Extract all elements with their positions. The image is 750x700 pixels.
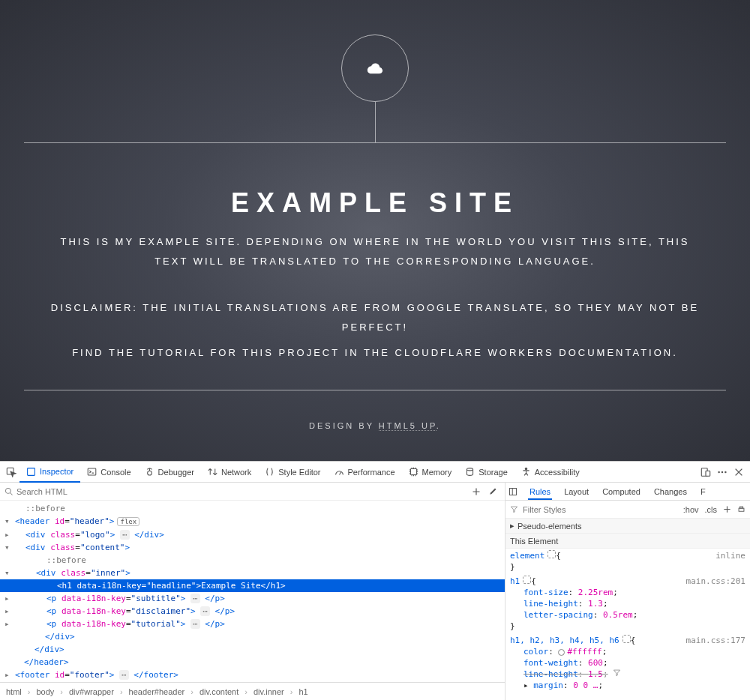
color-swatch[interactable]: [558, 649, 565, 656]
rtab-computed[interactable]: Computed: [601, 487, 642, 496]
footer-credit: DESIGN BY HTML5 UP.: [0, 421, 750, 430]
eyedropper-button[interactable]: [488, 487, 497, 496]
crumb-html[interactable]: html: [6, 687, 22, 696]
page-subtitle: THIS IS MY EXAMPLE SITE. DEPENDING ON WH…: [52, 232, 698, 271]
svg-point-6: [525, 468, 526, 469]
tab-accessibility-label: Accessibility: [535, 468, 580, 477]
markup-search-row: [0, 483, 505, 501]
crumb-content[interactable]: div.content: [200, 687, 238, 696]
rule-source-icon: [523, 576, 531, 584]
tab-debugger[interactable]: Debugger: [138, 462, 201, 483]
crumb-header[interactable]: header#header: [129, 687, 185, 696]
svg-rect-2: [88, 468, 96, 475]
print-sim-button[interactable]: [737, 505, 746, 513]
svg-point-3: [147, 471, 152, 475]
add-element-button[interactable]: [472, 487, 481, 496]
devtools-body: ::before ▾ <header id="header">flex ▸ <d…: [0, 483, 750, 700]
overridden-filter-icon[interactable]: [613, 669, 621, 677]
svg-point-5: [467, 468, 473, 471]
markup-tree[interactable]: ::before ▾ <header id="header">flex ▸ <d…: [0, 501, 505, 682]
svg-point-10: [722, 471, 723, 472]
tab-network-label: Network: [221, 468, 251, 477]
rules-filter-input[interactable]: [523, 505, 679, 514]
search-icon: [4, 487, 14, 496]
svg-rect-15: [740, 507, 742, 508]
logo-circle: [341, 34, 409, 102]
devtools-menu-button[interactable]: [714, 462, 730, 483]
crumb-inner[interactable]: div.inner: [254, 687, 284, 696]
rtab-changes[interactable]: Changes: [652, 487, 688, 496]
rules-panel: Rules Layout Computed Changes F :hov .cl…: [506, 483, 750, 700]
rtab-rules[interactable]: Rules: [528, 487, 552, 500]
markup-search-input[interactable]: [16, 487, 469, 496]
svg-rect-8: [706, 471, 710, 476]
svg-rect-4: [410, 468, 416, 474]
rtab-fonts[interactable]: F: [699, 487, 707, 496]
rules-body[interactable]: element {inline } h1 {main.css:201 font-…: [506, 549, 750, 700]
inline-style-icon: [548, 550, 556, 558]
crumb-h1[interactable]: h1: [298, 687, 308, 696]
responsive-mode-button[interactable]: [698, 462, 714, 483]
tab-inspector[interactable]: Inspector: [20, 462, 80, 483]
rule-source-icon: [622, 635, 631, 643]
element-picker-button[interactable]: [3, 462, 20, 483]
crumb-wrapper[interactable]: div#wrapper: [69, 687, 114, 696]
hov-button[interactable]: :hov: [683, 505, 699, 514]
rules-tabbar: Rules Layout Computed Changes F: [506, 483, 750, 501]
page-disclaimer: DISCLAIMER: THE INITIAL TRANSLATIONS ARE…: [36, 298, 714, 337]
tab-network[interactable]: Network: [201, 462, 258, 483]
svg-point-9: [718, 471, 719, 472]
tab-debugger-label: Debugger: [158, 468, 194, 477]
tab-inspector-label: Inspector: [40, 467, 74, 476]
tab-performance-label: Performance: [348, 468, 395, 477]
tab-style-editor[interactable]: Style Editor: [258, 462, 327, 483]
divider-top: [24, 142, 726, 143]
markup-selected-line: <h1 data-i18n-key="headline">Example Sit…: [0, 579, 505, 592]
devtools-close-button[interactable]: [730, 462, 747, 483]
cls-button[interactable]: .cls: [705, 505, 718, 514]
tab-console[interactable]: Console: [80, 462, 137, 483]
tab-memory-label: Memory: [422, 468, 452, 477]
rtab-layout[interactable]: Layout: [562, 487, 590, 496]
tab-accessibility[interactable]: Accessibility: [514, 462, 586, 483]
svg-rect-14: [739, 508, 744, 511]
tab-console-label: Console: [100, 468, 130, 477]
footer-suffix: .: [436, 421, 441, 430]
tab-performance[interactable]: Performance: [328, 462, 402, 483]
page-headline: EXAMPLE SITE: [0, 187, 750, 219]
rules-filter-row: :hov .cls: [506, 501, 750, 519]
tab-storage[interactable]: Storage: [458, 462, 514, 483]
add-rule-button[interactable]: [723, 505, 731, 513]
cloud-icon: [367, 62, 383, 74]
devtools-panel: Inspector Console Debugger Network Style…: [0, 461, 750, 700]
svg-rect-1: [28, 468, 35, 475]
divider-bottom: [24, 390, 726, 390]
tab-storage-label: Storage: [478, 468, 508, 477]
footer-link[interactable]: HTML5 UP: [379, 421, 436, 431]
svg-rect-13: [510, 488, 517, 495]
logo-stem: [375, 102, 376, 142]
breadcrumb: html› body› div#wrapper› header#header› …: [0, 682, 505, 700]
markup-panel: ::before ▾ <header id="header">flex ▸ <d…: [0, 483, 506, 700]
funnel-icon: [510, 505, 518, 513]
tab-memory[interactable]: Memory: [402, 462, 459, 483]
svg-point-12: [6, 488, 11, 493]
crumb-body[interactable]: body: [36, 687, 54, 696]
footer-prefix: DESIGN BY: [309, 421, 379, 430]
side-toggle-icon[interactable]: [508, 487, 518, 496]
svg-point-11: [724, 471, 726, 472]
devtools-tabbar: Inspector Console Debugger Network Style…: [0, 462, 750, 483]
tab-style-editor-label: Style Editor: [278, 468, 320, 477]
page-tutorial: FIND THE TUTORIAL FOR THIS PROJECT IN TH…: [36, 343, 714, 363]
pseudo-section[interactable]: ▸Pseudo-elements: [506, 519, 750, 534]
rendered-page: EXAMPLE SITE THIS IS MY EXAMPLE SITE. DE…: [0, 0, 750, 461]
this-element-section: This Element: [506, 534, 750, 549]
